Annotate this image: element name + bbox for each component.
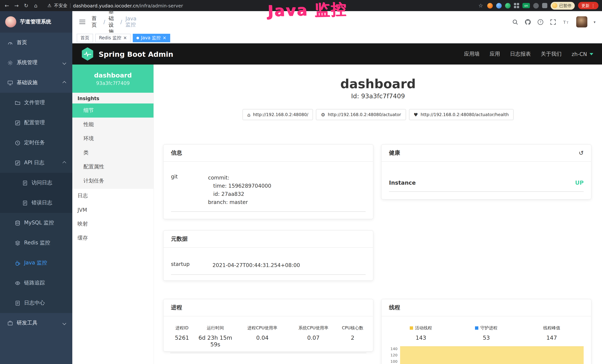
url-path: /infra/admin-server — [138, 3, 183, 8]
history-icon[interactable]: ↺ — [579, 150, 584, 157]
sidebar-item-api-logs[interactable]: API 日志 — [0, 153, 72, 173]
sba-nav-wallboard[interactable]: 应用墙 — [464, 51, 480, 57]
threads-legend-live: 活动线程 143 — [388, 325, 454, 341]
help-icon[interactable] — [537, 19, 544, 25]
sba-item-config-props[interactable]: 配置属性 — [72, 160, 153, 174]
doc-icon — [22, 200, 28, 206]
sba-item-environment[interactable]: 环境 — [72, 132, 153, 146]
briefcase-icon — [7, 320, 13, 326]
breadcrumb-home[interactable]: 首页 — [92, 15, 100, 29]
card-title: 线程 — [389, 304, 400, 311]
info-line: commit: — [208, 173, 271, 182]
address-bar[interactable]: ⚠ 不安全 dashboard.yudao.iocoder.cn/infra/a… — [47, 2, 183, 9]
process-value: 6d 23h 15m 59s — [194, 334, 237, 348]
stack-icon — [15, 240, 20, 246]
sidebar-item-access-logs[interactable]: 访问日志 — [0, 173, 72, 193]
sba-locale-select[interactable]: zh-CN — [572, 51, 593, 57]
sba-nav-applications[interactable]: 应用 — [490, 51, 500, 57]
y-tick: 120 — [388, 352, 398, 358]
fullscreen-icon[interactable] — [550, 19, 556, 25]
tab-java-monitor[interactable]: Java 监控 × — [133, 33, 170, 42]
sba-nav-journal[interactable]: 日志报表 — [510, 51, 531, 57]
app-sidebar: 芋道管理系统 首页 系统管理 基础设施 文件管理 配置管理 定时任务 — [0, 11, 72, 364]
legend-value: 53 — [454, 334, 519, 341]
health-url-link[interactable]: ♥ http://192.168.0.2:48080/actuator/heal… — [409, 109, 514, 120]
annotation-java-monitor: Java 监控 — [268, 0, 348, 21]
sidebar-item-label: 访问日志 — [32, 180, 52, 186]
legend-value: 143 — [388, 334, 454, 341]
app-logo-row[interactable]: 芋道管理系统 — [0, 11, 72, 33]
home-icon: ⌂ — [247, 112, 250, 117]
doc-icon — [22, 180, 28, 186]
extensions-puzzle-icon[interactable] — [542, 3, 547, 8]
sidebar-item-log-center[interactable]: 日志中心 — [0, 293, 72, 313]
sba-item-classes[interactable]: 类 — [72, 146, 153, 160]
search-icon[interactable] — [512, 19, 518, 25]
sidebar-item-scheduled-tasks[interactable]: 定时任务 — [0, 133, 72, 153]
legend-label: 守护进程 — [480, 325, 497, 331]
sba-brand-title[interactable]: Spring Boot Admin — [99, 50, 173, 58]
service-url-link[interactable]: ⌂ http://192.168.0.2:48080/ — [243, 109, 313, 120]
sba-item-performance[interactable]: 性能 — [72, 118, 153, 132]
github-icon[interactable] — [525, 19, 531, 25]
sidebar-item-system-management[interactable]: 系统管理 — [0, 53, 72, 73]
sidebar-item-home[interactable]: 首页 — [0, 33, 72, 53]
sidebar-item-link-tracing[interactable]: 链路追踪 — [0, 273, 72, 293]
edit-icon — [15, 160, 20, 166]
sidebar-item-error-logs[interactable]: 错误日志 — [0, 193, 72, 213]
user-avatar[interactable] — [576, 16, 587, 27]
info-line: time: 1596289704000 — [208, 182, 271, 190]
close-icon[interactable]: × — [123, 36, 127, 40]
sba-item-jvm[interactable]: JVM — [72, 203, 153, 217]
sba-item-scheduled-tasks[interactable]: 计划任务 — [72, 174, 153, 188]
sidebar-item-label: 定时任务 — [24, 139, 45, 146]
home-button[interactable]: ⌂ — [33, 3, 39, 8]
legend-label: 线程峰值 — [543, 325, 560, 331]
sidebar-item-java-monitor[interactable]: Java 监控 — [0, 253, 72, 273]
sba-item-mappings[interactable]: 映射 — [72, 217, 153, 231]
tab-home[interactable]: 首页 — [77, 33, 93, 42]
breadcrumb-section[interactable]: 基础设施 — [108, 9, 117, 35]
sidebar-item-redis-monitor[interactable]: Redis 监控 — [0, 233, 72, 253]
sba-item-caches[interactable]: 缓存 — [72, 231, 153, 245]
sidebar-item-file-management[interactable]: 文件管理 — [0, 93, 72, 113]
monitor-icon — [7, 80, 13, 86]
bookmark-star-icon[interactable]: ☆ — [478, 3, 484, 8]
info-card-body: git commit: time: 1596289704000 id: 27aa… — [163, 162, 373, 212]
extension-icon-green[interactable] — [505, 3, 511, 8]
extension-icon-dark[interactable] — [533, 3, 539, 8]
tag-tabs-bar: 首页 Redis 监控 × Java 监控 × — [72, 33, 602, 43]
reload-button[interactable]: ↻ — [23, 3, 29, 8]
back-button[interactable]: ← — [4, 3, 10, 8]
sba-sidebar: dashboard 93a3fc7f7409 Insights 细节 性能 环境… — [72, 64, 154, 364]
extension-icon-orange[interactable] — [487, 3, 493, 8]
extension-icon-blue[interactable] — [496, 3, 502, 8]
sba-nav-about[interactable]: 关于我们 — [541, 51, 562, 57]
close-icon[interactable]: × — [163, 36, 166, 40]
profile-chip[interactable]: 已暂停 — [551, 2, 575, 10]
sidebar-item-config-management[interactable]: 配置管理 — [0, 113, 72, 133]
toolbar-right-cluster: ☆ on 已暂停 更新 ⋮ — [478, 2, 599, 10]
sidebar-item-label: 首页 — [17, 39, 27, 46]
extension-icon-grid[interactable] — [514, 3, 519, 8]
hamburger-icon[interactable] — [79, 19, 86, 25]
link-label: http://192.168.0.2:48080/ — [253, 112, 308, 117]
actuator-url-link[interactable]: ⚙ http://192.168.0.2:48080/actuator — [316, 109, 406, 120]
sba-item-details[interactable]: 细节 — [72, 104, 153, 118]
sba-locale-label: zh-CN — [572, 51, 587, 57]
sba-item-logs[interactable]: 日志 — [72, 189, 153, 203]
update-button[interactable]: 更新 ⋮ — [578, 2, 599, 9]
extension-icon-on-badge[interactable]: on — [522, 3, 530, 8]
overflow-menu-icon: ⋮ — [591, 3, 595, 8]
sba-instance-header[interactable]: dashboard 93a3fc7f7409 — [72, 64, 153, 93]
forward-button[interactable]: → — [13, 3, 20, 8]
sidebar-item-label: MySQL 监控 — [24, 220, 54, 226]
tab-redis-monitor[interactable]: Redis 监控 × — [95, 33, 131, 42]
sidebar-item-infrastructure[interactable]: 基础设施 — [0, 73, 72, 93]
profile-badge-label: 已暂停 — [559, 3, 571, 8]
font-size-icon[interactable] — [562, 19, 570, 25]
caret-down-icon[interactable]: ▾ — [594, 20, 595, 24]
sidebar-item-mysql-monitor[interactable]: MySQL 监控 — [0, 213, 72, 233]
sidebar-item-label: 配置管理 — [24, 119, 45, 126]
sidebar-item-dev-tools[interactable]: 研发工具 — [0, 313, 72, 333]
